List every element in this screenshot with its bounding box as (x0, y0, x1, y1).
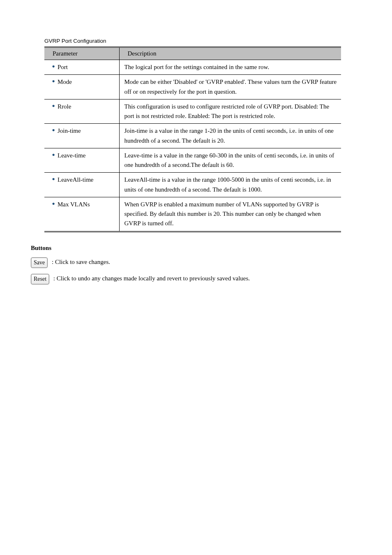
param-name: Port (58, 62, 68, 72)
bullet-icon: ● (49, 62, 58, 70)
save-button-desc: : Click to save changes. (52, 259, 110, 265)
param-desc: The logical port for the settings contai… (119, 60, 341, 75)
bullet-icon: ● (49, 126, 58, 134)
table-row: ●Max VLANs When GVRP is enabled a maximu… (44, 197, 341, 231)
table-row: ●Port The logical port for the settings … (44, 60, 341, 75)
reset-button-desc: : Click to undo any changes made locally… (53, 275, 250, 282)
table-row: ●Leave-time Leave-time is a value in the… (44, 148, 341, 173)
param-name: Leave-time (58, 151, 85, 160)
param-desc: Leave-time is a value in the range 60-30… (119, 148, 341, 173)
bullet-icon: ● (49, 175, 58, 183)
table-row: ●LeaveAll-time LeaveAll-time is a value … (44, 173, 341, 197)
param-name: Rrole (58, 102, 71, 111)
table-row: ●Join-time Join-time is a value in the r… (44, 124, 341, 148)
param-name: Join-time (58, 126, 81, 136)
buttons-heading: Buttons (31, 245, 392, 252)
table-row: ●Rrole This configuration is used to con… (44, 99, 341, 124)
param-desc: Mode can be either 'Disabled' or 'GVRP e… (119, 75, 341, 99)
bullet-icon: ● (49, 102, 58, 110)
bullet-icon: ● (49, 200, 58, 208)
param-desc: This configuration is used to configure … (119, 99, 341, 124)
reset-button-row: Reset : Click to undo any changes made l… (31, 274, 392, 284)
header-parameter: Parameter (44, 47, 119, 60)
section-title: GVRP Port Configuration (44, 38, 392, 44)
param-name: Mode (58, 77, 72, 87)
table-header-row: Parameter Description (44, 47, 341, 60)
param-desc: LeaveAll-time is a value in the range 10… (119, 173, 341, 197)
param-name: LeaveAll-time (58, 175, 93, 185)
save-button-row: Save : Click to save changes. (31, 257, 392, 268)
bullet-icon: ● (49, 77, 58, 85)
header-description: Description (119, 47, 341, 60)
param-desc: Join-time is a value in the range 1-20 i… (119, 124, 341, 148)
reset-button[interactable]: Reset (31, 274, 49, 284)
param-desc: When GVRP is enabled a maximum number of… (119, 197, 341, 231)
save-button[interactable]: Save (31, 257, 48, 268)
table-row: ●Mode Mode can be either 'Disabled' or '… (44, 75, 341, 99)
param-name: Max VLANs (58, 200, 90, 209)
gvrp-port-config-table: Parameter Description ●Port The logical … (44, 46, 341, 232)
bullet-icon: ● (49, 151, 58, 159)
